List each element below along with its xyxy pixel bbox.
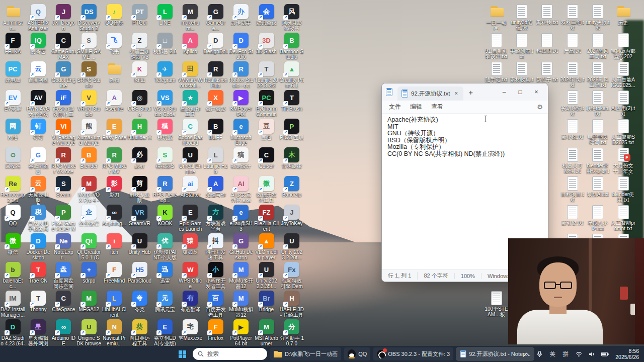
desktop-icon[interactable]: G↗Godot Engine [51, 61, 76, 88]
desktop-icon[interactable]: 2027黑风工局.txt [586, 33, 610, 59]
desktop-icon[interactable]: ▶↗PotPlayer 64 bit [229, 319, 254, 346]
desktop-icon[interactable]: 迅↗迅雷 [152, 262, 177, 284]
desktop-icon[interactable]: 宅↗宅Max.exe [178, 319, 203, 341]
desktop-icon[interactable]: AI应用(2).txt [611, 90, 635, 117]
desktop-icon[interactable]: 杂物 [102, 61, 127, 83]
desktop-icon[interactable]: 百↗百度开发者工具 [203, 291, 228, 318]
desktop-icon[interactable]: 新小说.txt [560, 119, 585, 140]
desktop-icon[interactable]: ▲↗Creality Print 6.1 [279, 61, 304, 88]
taskbar-clock[interactable]: 8:56 2025/6/26 [612, 348, 642, 360]
desktop-icon[interactable]: 网网络 [1, 119, 25, 141]
menu-edit[interactable]: 编辑 [410, 103, 422, 111]
desktop-icon[interactable]: G↗GameCre... [203, 4, 228, 31]
desktop-icon[interactable]: R↗RPG Maker MV [102, 147, 127, 174]
desktop-icon[interactable]: 人工智能AIGC2025... [611, 61, 635, 88]
desktop-icon[interactable]: U↗Unigine SDK browser 2 [76, 319, 101, 347]
desktop-icon[interactable]: W↗WPS Office [178, 262, 203, 289]
desktop-icon[interactable]: U↗Unity 2022.3.35f... [254, 262, 279, 289]
desktop-icon[interactable]: EV↗EV录屏 [1, 90, 25, 112]
desktop-icon[interactable]: blender常用快捷键.txt [586, 147, 610, 174]
desktop-icon[interactable]: 长期系统.txt [560, 90, 585, 117]
desktop-icon[interactable]: M↗MSI Afterburner [254, 319, 279, 346]
desktop-icon[interactable]: ♪↗QQ音乐 [102, 4, 127, 26]
tray-ime-language[interactable]: 英 [547, 347, 558, 360]
desktop-icon[interactable]: ▶↗KMPlayer 64X [229, 90, 254, 117]
desktop-icon[interactable]: AI↗AI少女启动器.exe [229, 176, 254, 203]
desktop-icon[interactable]: PC此电脑 [1, 61, 25, 83]
tray-wifi[interactable] [573, 347, 584, 360]
desktop-icon[interactable]: ✈↗Telegram [152, 61, 177, 83]
desktop-icon[interactable]: B↗Bamboo Studio [279, 33, 304, 60]
desktop-icon[interactable]: 随手记.txt [484, 61, 509, 83]
desktop-icon[interactable]: 微↗微信开发者工具 [254, 176, 279, 203]
desktop-icon[interactable]: U↗Unreal Engine [178, 147, 203, 174]
menu-view[interactable]: 查看 [431, 103, 443, 111]
desktop-icon[interactable]: 科技浪.txt [535, 33, 559, 54]
desktop-icon[interactable]: J↗JXI Dragon [51, 4, 76, 31]
desktop-icon[interactable]: +↗sdrpp [76, 262, 101, 284]
desktop-icon[interactable]: 联络token.txt [586, 90, 610, 117]
desktop-icon[interactable]: 新引擎.txt [560, 205, 585, 226]
desktop-icon[interactable]: 猿↗猿如意 [178, 233, 203, 255]
desktop-icon[interactable]: V↗VRoid Studio [76, 90, 101, 117]
desktop-icon[interactable]: VI↗VI Package Manager... [51, 119, 76, 146]
desktop-icon[interactable]: 夸↗夸克 [127, 291, 152, 313]
desktop-icon[interactable]: 2026黑风工局.txt [586, 61, 610, 88]
desktop-icon[interactable]: AV↗PWN AVG文字游戏制作... [26, 90, 50, 118]
desktop-icon[interactable]: A↗Aseprite [102, 90, 127, 112]
desktop-icon[interactable]: P↗Pixel Game Maker MV [51, 205, 76, 232]
desktop-icon[interactable]: ai↗AIStarter [178, 176, 203, 198]
settings-gear-icon[interactable]: ⚙ [537, 103, 543, 111]
desktop-icon[interactable]: FZ↗FileZilla Client [254, 205, 279, 232]
start-button[interactable] [175, 347, 190, 360]
desktop-icon[interactable]: S↗模拟器S [152, 147, 177, 169]
desktop-icon[interactable]: Qt↗Qt Creator 15.0.1 (Co... [76, 233, 101, 261]
desktop-icon[interactable]: Z↗小黑盒加速器 V3 [127, 33, 152, 60]
desktop-icon[interactable]: 元↗腾讯元宝 [152, 291, 177, 313]
desktop-icon[interactable]: J↗JoyToKey [279, 205, 304, 227]
tray-hidden-icons-chevron[interactable] [521, 347, 532, 360]
desktop-icon[interactable]: T↗Thonny [26, 291, 50, 313]
desktop-icon[interactable]: 会↗腾讯会议 [254, 4, 279, 26]
desktop-icon[interactable]: DS↗Discovery Studio 20... [76, 4, 101, 32]
desktop-icon[interactable]: D↗Docker Desktop [26, 233, 50, 260]
desktop-icon[interactable]: 人工智能SD2025.txt [611, 119, 635, 145]
desktop-icon[interactable]: e↗Microsoft Edge [229, 119, 254, 146]
desktop-icon[interactable]: ▲↗VLC media player [254, 233, 279, 260]
desktop[interactable]: Administr...Q↗ASTERIX AnalyzerJ↗JXI Drag… [0, 0, 644, 362]
desktop-icon[interactable]: 人工智能prompt.txt [611, 205, 635, 231]
desktop-icon[interactable]: L↗LibLibAI Client [102, 291, 127, 318]
desktop-icon[interactable]: 电子书关键词.txt [586, 119, 610, 145]
desktop-icon[interactable]: 方↗方块游戏平台 [203, 205, 228, 232]
desktop-icon[interactable]: ◎↗OBS Studio [127, 90, 152, 117]
desktop-icon[interactable]: ♻回收站 [1, 147, 25, 169]
desktop-icon[interactable]: S↗SMILE GAME ... [76, 33, 101, 60]
desktop-icon[interactable]: 模↗模玩熊 [152, 119, 177, 141]
desktop-icon[interactable]: R↗RPG Maker VX Ace [51, 147, 76, 174]
desktop-icon[interactable]: Q↗ASTERIX Analyzer [26, 4, 50, 31]
desktop-icon[interactable]: ★↗星绘创作工具 [178, 90, 203, 117]
desktop-icon[interactable]: 历史 [611, 4, 635, 26]
desktop-icon[interactable]: 微↗微信 [1, 233, 25, 255]
desktop-icon[interactable]: 豆↗豆包 [254, 119, 279, 141]
desktop-icon[interactable]: A↗Aplico [178, 33, 203, 55]
desktop-icon[interactable]: Re↗Remocapp 2.1.1 [1, 176, 25, 203]
desktop-icon[interactable]: M↗MuMu多开器12 [229, 262, 254, 289]
desktop-icon[interactable]: T↗Tilt Brush [279, 90, 304, 112]
desktop-icon[interactable]: 3D↗3D Slash [254, 33, 279, 55]
desktop-icon[interactable]: Q↗QQ [1, 205, 25, 227]
desktop-icon[interactable]: L↗LINE [152, 4, 177, 26]
desktop-icon[interactable]: F↗FreeMind [102, 262, 127, 284]
desktop-icon[interactable]: 有↗有道翻译 [178, 291, 203, 313]
desktop-icon[interactable]: R↗Roblox Studio - qq [229, 61, 254, 88]
desktop-icon[interactable]: P大月份文十三年文集.pdf [611, 147, 635, 174]
desktop-icon[interactable]: E↗Epic Games Launcher [178, 205, 203, 232]
desktop-icon[interactable]: H↗HAELE 3D - 片绘工具主... [279, 291, 304, 318]
desktop-icon[interactable]: M↗MorphVOX Pro 4 - V... [76, 176, 101, 204]
desktop-icon[interactable]: 机器人可能性.txt [560, 147, 585, 174]
maximize-button[interactable]: □ [513, 85, 528, 99]
desktop-icon[interactable]: IM↗DAZ Install Manager... [1, 291, 25, 318]
desktop-icon[interactable]: S↗SRPG Studio [76, 61, 101, 88]
desktop-icon[interactable]: 91.自制引擎设计.txt [484, 33, 509, 59]
notepad-text-area[interactable]: Apache(补充协议)MITGNU（持续开源）BSD（保留版权声明）Mozil… [382, 114, 548, 258]
